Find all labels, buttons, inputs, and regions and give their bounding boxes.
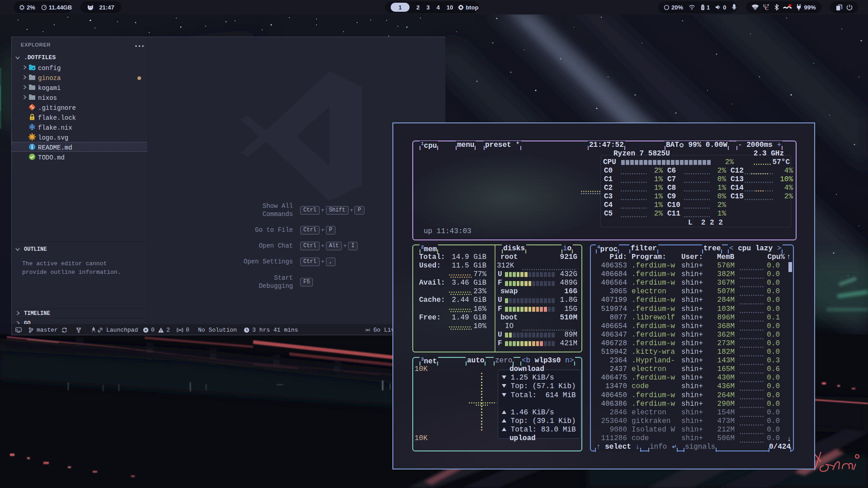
svg-text:C: C — [765, 5, 769, 11]
